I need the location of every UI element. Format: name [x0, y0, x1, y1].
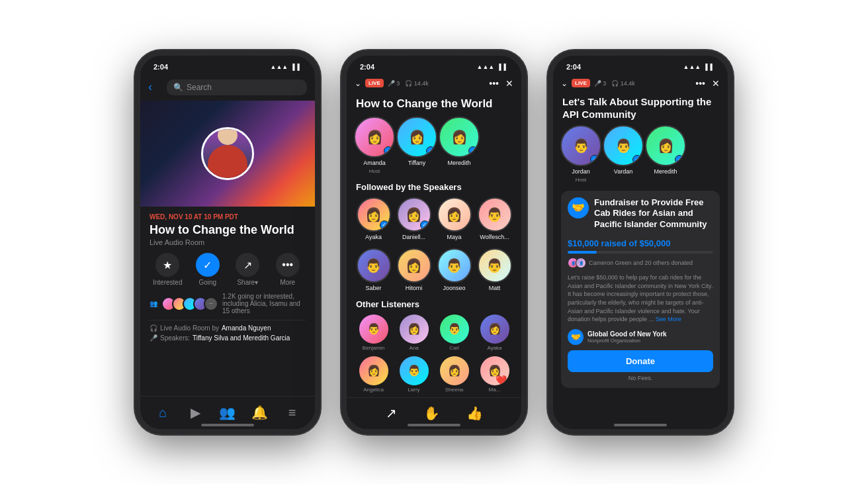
status-bar-3: 2:04 ▲▲▲ ▐ ▌	[553, 56, 728, 74]
share-action-icon[interactable]: ↗	[386, 405, 397, 421]
phone-1: 2:04 ▲▲▲ ▐ ▌ ‹ 🔍 Search	[135, 50, 320, 434]
chevron-down-icon[interactable]: ⌄	[355, 79, 361, 88]
status-bar-2: 2:04 ▲▲▲ ▐ ▌	[347, 56, 521, 74]
org-icon: 🤝	[568, 329, 584, 345]
org-info: Global Good of New York Nonprofit Organi…	[587, 330, 667, 344]
status-icons-2: ▲▲▲ ▐ ▌	[476, 64, 508, 70]
org-row: 🤝 Global Good of New York Nonprofit Orga…	[568, 329, 713, 345]
wifi-icon-3: ▐	[703, 64, 707, 70]
search-bar[interactable]: 🔍 Search	[167, 79, 307, 95]
interested-button[interactable]: ★ Interested	[150, 253, 186, 286]
jordan-verified: ✓	[590, 155, 599, 164]
hero-image	[140, 101, 315, 207]
live-header-3: ⌄ LIVE 🎤 3 🎧 14.4k ••• ✕	[553, 74, 728, 93]
meredith-name: Meredith	[447, 160, 470, 166]
attendees-text: 1.2K going or interested, including Alic…	[222, 293, 306, 315]
close-icon-3[interactable]: ✕	[712, 78, 720, 89]
nav-notifications[interactable]: 🔔	[248, 401, 272, 424]
amanda-name: Amanda	[363, 160, 386, 166]
larry-avatar: 👨	[400, 356, 429, 385]
home-indicator-1	[201, 424, 254, 426]
hitomi-avatar: 👩	[397, 248, 431, 283]
listener-sheena: 👩 Sheena	[437, 356, 472, 393]
more-button[interactable]: ••• More	[270, 253, 306, 286]
hosts-row: 👩 ✓ Amanda Host 👩 ✓ Tiffany	[356, 117, 512, 174]
home-indicator-3	[614, 424, 667, 426]
screen-2: ⌄ LIVE 🎤 3 🎧 14.4k ••• ✕ How to Change t…	[347, 74, 521, 429]
going-button[interactable]: ✓ Going	[190, 253, 226, 286]
like-action-icon[interactable]: 👍	[466, 405, 483, 421]
signal-icon-2: ▲▲▲	[476, 64, 494, 70]
joonseo-avatar: 👨	[437, 248, 472, 283]
tiffany-name: Tiffany	[408, 160, 426, 166]
ayaka2-avatar: 👩	[480, 315, 509, 344]
nav-video[interactable]: ▶	[183, 401, 207, 424]
hitomi-name: Hitomi	[406, 285, 423, 291]
avatar-stack: ···	[161, 297, 218, 311]
joonseo-name: Joonseo	[443, 285, 465, 291]
tiffany-emoji: 👩	[409, 129, 425, 145]
nav-groups[interactable]: 👥	[216, 401, 239, 424]
jordan-name: Jordan	[572, 168, 590, 175]
mic-count-3: 🎤 3	[594, 80, 607, 87]
hosts-row-3: 👨 ✓ Jordan Host 👨 ✓ Vardan	[562, 125, 718, 183]
benjamin-name: Benjamin	[363, 345, 384, 351]
room-host: Amanda Nguyen	[222, 324, 271, 332]
progress-bar	[568, 251, 713, 254]
live-stats-3: 🎤 3 🎧 14.4k	[594, 80, 635, 87]
more-dots-icon-3[interactable]: •••	[695, 78, 705, 89]
signal-icon-3: ▲▲▲	[683, 64, 701, 70]
room-info-row: 🎧 Live Audio Room by Amanda Nguyen	[150, 324, 306, 332]
vardan-name: Vardan	[614, 168, 632, 175]
donors-text: Cameron Green and 20 others donated	[589, 260, 693, 266]
maya-avatar: 👩	[437, 197, 472, 232]
listener-hitomi: 👩 Hitomi	[396, 248, 431, 291]
listener-matt: 👨 Matt	[477, 248, 512, 291]
hero-avatar	[201, 127, 254, 180]
headphone-icon: 🎧	[150, 324, 157, 332]
org-name: Global Good of New York	[587, 330, 667, 338]
avatar-inner	[203, 129, 252, 178]
back-button[interactable]: ‹	[148, 80, 161, 94]
raise-hand-icon[interactable]: ✋	[423, 405, 440, 421]
jordan-role: Host	[576, 177, 586, 183]
larry-name: Larry	[408, 387, 419, 393]
share-label: Share▾	[237, 279, 258, 286]
donate-button[interactable]: Donate	[568, 350, 713, 372]
close-icon[interactable]: ✕	[505, 78, 513, 89]
see-more-link[interactable]: See More	[656, 316, 681, 322]
amanda-verified: ✓	[384, 146, 393, 156]
carl-name: Carl	[449, 345, 459, 351]
room-title-3: Let's Talk About Supporting the API Comm…	[553, 93, 728, 125]
listener-wolfesch: 👨 Wolfesch...	[477, 197, 512, 240]
listener-ma: 👩 ❤️ Ma...	[477, 356, 512, 393]
nav-menu[interactable]: ≡	[281, 401, 304, 424]
nav-home[interactable]: ⌂	[151, 401, 175, 424]
chevron-down-icon-3[interactable]: ⌄	[561, 79, 568, 88]
going-icon: ✓	[196, 253, 220, 277]
saber-name: Saber	[365, 285, 381, 291]
more-dots-icon[interactable]: •••	[489, 78, 499, 89]
divider-1	[150, 320, 306, 320]
hosts-grid-3: 👨 ✓ Jordan Host 👨 ✓ Vardan	[553, 125, 728, 183]
time-2: 2:04	[360, 63, 374, 71]
search-placeholder: Search	[187, 83, 212, 92]
screen-1: ‹ 🔍 Search WED, NOV 10 AT 10 PM PDT How …	[140, 74, 315, 429]
listener-count: 🎧 14.4k	[405, 80, 429, 87]
fundraiser-amount: $10,000 raised of $50,000	[568, 238, 713, 248]
live-header-2: ⌄ LIVE 🎤 3 🎧 14.4k ••• ✕	[347, 74, 521, 93]
event-date: WED, NOV 10 AT 10 PM PDT	[150, 213, 306, 220]
angelica-name: Angelica	[363, 387, 384, 393]
share-button[interactable]: ↗ Share▾	[230, 253, 266, 286]
maya-name: Maya	[447, 234, 461, 240]
listener-benjamin: 👨 Benjamin	[356, 315, 391, 351]
meredith-emoji: 👩	[451, 129, 468, 145]
benjamin-avatar: 👨	[359, 315, 388, 344]
sheena-name: Sheena	[445, 387, 464, 393]
ayaka2-name: Ayaka	[487, 345, 501, 351]
listeners-section-title: Other Listeners	[356, 299, 512, 309]
vardan-avatar: 👨 ✓	[603, 125, 644, 166]
mic-icon: 🎤	[150, 334, 157, 342]
person-silhouette	[208, 145, 247, 178]
fundraiser-icon: 🤝	[568, 197, 589, 218]
